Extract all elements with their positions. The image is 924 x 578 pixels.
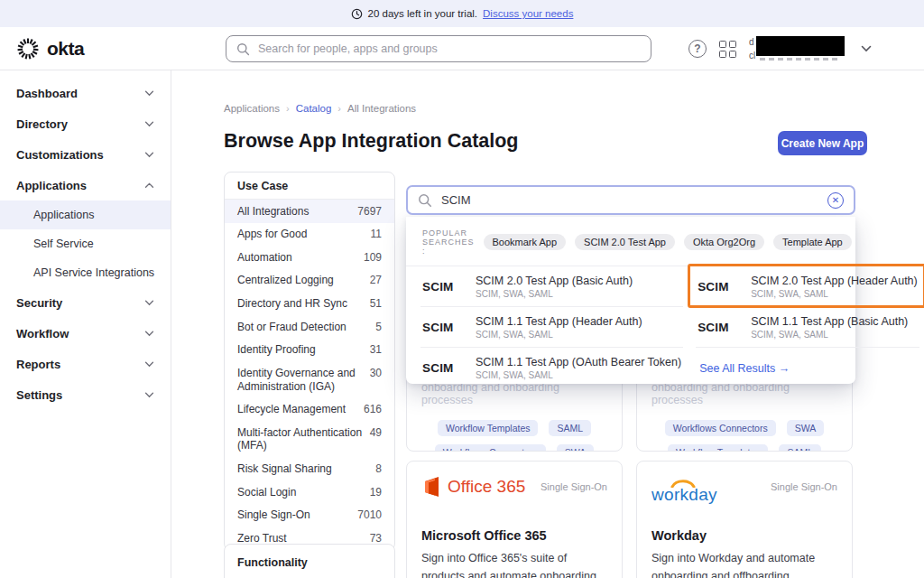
catalog-search-input[interactable]	[441, 193, 818, 207]
grid-square	[719, 51, 726, 58]
help-glyph: ?	[694, 42, 700, 55]
sso-badge: Single Sign-On	[541, 481, 607, 492]
use-case-social-login[interactable]: Social Login 19	[225, 480, 394, 504]
sidebar-item-customizations[interactable]: Customizations	[0, 139, 171, 170]
result-scim20-header-auth[interactable]: SCIM SCIM 2.0 Test App (Header Auth) SCI…	[696, 266, 919, 307]
clear-search-icon[interactable]: ✕	[827, 192, 844, 209]
app-card-office365[interactable]: Office 365 Single Sign-On Microsoft Offi…	[406, 461, 623, 578]
sidebar-item-label: Security	[16, 296, 62, 310]
use-case-apps-for-good[interactable]: Apps for Good 11	[225, 223, 394, 247]
account-redacted-peek	[760, 58, 837, 61]
global-search-field[interactable]	[226, 35, 651, 62]
use-case-directory-hr-sync[interactable]: Directory and HR Sync 51	[225, 293, 394, 316]
chevron-down-icon	[144, 300, 154, 306]
sidebar-item-security[interactable]: Security	[0, 287, 171, 318]
okta-logo[interactable]: okta	[16, 37, 84, 61]
use-case-all-integrations[interactable]: All Integrations 7697	[225, 200, 394, 223]
scim-logo: SCIM	[698, 321, 739, 334]
tag[interactable]: Workflows Connectors	[435, 444, 546, 452]
app-card-workday[interactable]: workday Single Sign-On Workday Sign into…	[636, 461, 853, 578]
sidebar-subitem-applications[interactable]: Applications	[0, 200, 171, 229]
sidebar-item-applications[interactable]: Applications	[0, 170, 171, 200]
use-case-iga[interactable]: Identity Governance and Administration (…	[225, 361, 394, 397]
apps-grid-icon[interactable]	[719, 41, 736, 58]
tag[interactable]: Workflow Templates	[438, 420, 539, 436]
sidebar-item-workflow[interactable]: Workflow	[0, 318, 171, 349]
sidebar-item-label: Dashboard	[16, 87, 78, 100]
grid-square	[729, 51, 736, 58]
sidebar-subitem-label: API Service Integrations	[33, 266, 154, 279]
okta-admin-console: 20 days left in your trial. Discuss your…	[0, 0, 924, 578]
sidebar-item-label: Directory	[16, 117, 68, 131]
discuss-needs-link[interactable]: Discuss your needs	[483, 8, 573, 19]
account-line1: d	[749, 37, 754, 47]
scim-logo: SCIM	[698, 280, 739, 294]
tag[interactable]: Workflow Templates	[668, 444, 769, 452]
use-case-count: 51	[370, 297, 382, 311]
tag[interactable]: SWA	[557, 444, 595, 452]
card-tags: Workflow Templates SAML Workflows Connec…	[407, 420, 622, 452]
tag[interactable]: Workflows Connectors	[665, 420, 776, 436]
popular-chip-bookmark-app[interactable]: Bookmark App	[484, 234, 567, 250]
chevron-down-icon	[144, 121, 154, 127]
use-case-bot-fraud-detection[interactable]: Bot or Fraud Detection 5	[225, 315, 394, 339]
breadcrumb-applications[interactable]: Applications	[224, 103, 280, 114]
use-case-count: 31	[370, 343, 382, 357]
popular-chip-okta-org2org[interactable]: Okta Org2Org	[684, 234, 764, 250]
tag[interactable]: SWA	[787, 420, 825, 436]
use-case-risk-signal-sharing[interactable]: Risk Signal Sharing 8	[225, 458, 394, 481]
brand-name: okta	[47, 38, 84, 60]
result-protocols: SCIM, SWA, SAML	[751, 289, 918, 299]
use-case-single-sign-on[interactable]: Single Sign-On 7010	[225, 504, 394, 527]
functionality-panel: Functionality	[224, 544, 395, 578]
popular-chip-template-app[interactable]: Template App	[773, 234, 852, 250]
use-case-label: Risk Signal Sharing	[237, 462, 332, 476]
account-redacted	[756, 36, 845, 56]
scim-logo: SCIM	[422, 361, 464, 375]
top-header: okta ? d cl	[0, 27, 924, 70]
tag[interactable]: SAML	[549, 420, 591, 436]
sidebar-item-directory[interactable]: Directory	[0, 108, 171, 139]
use-case-label: Single Sign-On	[237, 508, 310, 522]
use-case-identity-proofing[interactable]: Identity Proofing 31	[225, 339, 394, 362]
workday-arc-icon	[670, 479, 697, 488]
see-all-results-link[interactable]: See All Results →	[698, 362, 790, 375]
use-case-header: Use Case	[225, 172, 394, 200]
use-case-centralized-logging[interactable]: Centralized Logging 27	[225, 269, 394, 293]
create-new-app-button[interactable]: Create New App	[778, 131, 867, 155]
scim-logo: SCIM	[422, 280, 464, 294]
catalog-search-field[interactable]: ✕	[406, 185, 855, 215]
use-case-automation[interactable]: Automation 109	[225, 246, 394, 269]
breadcrumb-all-integrations[interactable]: All Integrations	[347, 103, 416, 114]
sidebar-item-reports[interactable]: Reports	[0, 349, 171, 379]
result-name: SCIM 1.1 Test App (Basic Auth)	[751, 315, 908, 328]
clear-glyph: ✕	[832, 195, 839, 205]
sidebar-subitem-self-service[interactable]: Self Service	[0, 229, 171, 258]
result-scim20-basic-auth[interactable]: SCIM SCIM 2.0 Test App (Basic Auth) SCIM…	[420, 266, 683, 307]
result-scim11-oauth-bearer[interactable]: SCIM SCIM 1.1 Test App (OAuth Bearer Tok…	[420, 348, 683, 388]
popular-searches-label: POPULAR SEARCHES :	[422, 228, 475, 256]
result-scim11-header-auth[interactable]: SCIM SCIM 1.1 Test App (Header Auth) SCI…	[420, 307, 683, 348]
use-case-mfa[interactable]: Multi-factor Authentication (MFA) 49	[225, 421, 394, 457]
global-search-input[interactable]	[258, 42, 641, 55]
chevron-down-icon[interactable]	[861, 45, 872, 52]
main-content: Applications › Catalog › All Integration…	[172, 70, 924, 578]
sidebar-item-settings[interactable]: Settings	[0, 379, 171, 410]
use-case-label: Apps for Good	[237, 228, 307, 241]
office365-logo-icon	[421, 476, 441, 498]
card-description: Sign into Workday and automate onboardin…	[651, 550, 837, 578]
help-icon[interactable]: ?	[688, 40, 707, 58]
popular-chip-scim-test-app[interactable]: SCIM 2.0 Test App	[575, 234, 675, 250]
use-case-lifecycle-management[interactable]: Lifecycle Management 616	[225, 398, 394, 422]
result-scim11-basic-auth[interactable]: SCIM SCIM 1.1 Test App (Basic Auth) SCIM…	[696, 307, 919, 348]
sidebar-subitem-api-service-integrations[interactable]: API Service Integrations	[0, 258, 171, 287]
catalog-area: ✕ onboarding and onboarding processes Wo…	[406, 185, 855, 215]
tag[interactable]: SAML	[779, 444, 821, 452]
breadcrumb-catalog[interactable]: Catalog	[296, 103, 332, 114]
sidebar-item-dashboard[interactable]: Dashboard	[0, 78, 171, 108]
use-case-label: Centralized Logging	[237, 274, 334, 287]
chevron-up-icon	[144, 182, 154, 189]
result-protocols: SCIM, SWA, SAML	[751, 330, 908, 340]
use-case-label: Identity Proofing	[237, 343, 316, 357]
account-menu[interactable]: d cl	[749, 36, 848, 61]
